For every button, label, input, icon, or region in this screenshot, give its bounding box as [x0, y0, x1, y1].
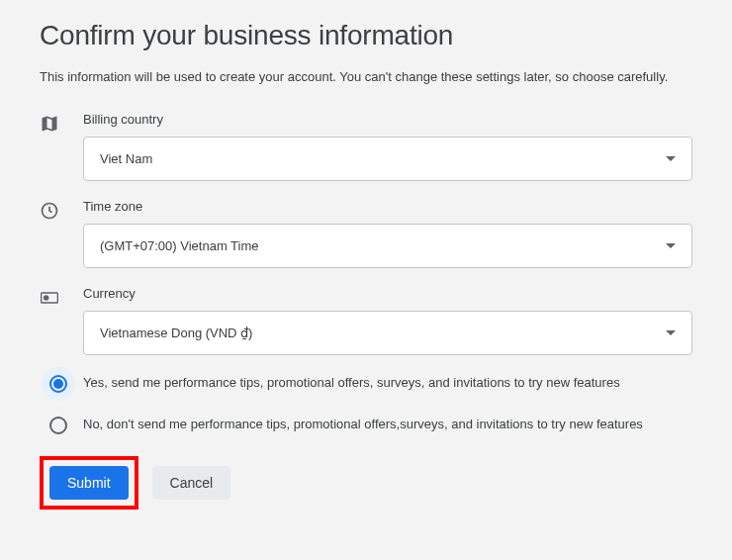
submit-highlight: Submit — [40, 456, 138, 510]
billing-country-label: Billing country — [83, 112, 692, 127]
currency-label: Currency — [83, 286, 692, 301]
page-subtitle: This information will be used to create … — [40, 69, 692, 84]
radio-no-label: No, don't send me performance tips, prom… — [83, 415, 692, 434]
timezone-row: Time zone (GMT+07:00) Vietnam Time — [40, 199, 692, 268]
billing-country-value: Viet Nam — [100, 151, 152, 166]
timezone-label: Time zone — [83, 199, 692, 214]
chevron-down-icon — [666, 156, 676, 161]
marketing-radio-group: Yes, send me performance tips, promotion… — [40, 373, 692, 442]
currency-value: Vietnamese Dong (VND ₫) — [100, 326, 252, 340]
radio-no[interactable]: No, don't send me performance tips, prom… — [40, 415, 692, 442]
chevron-down-icon — [666, 330, 676, 335]
timezone-select[interactable]: (GMT+07:00) Vietnam Time — [83, 224, 692, 268]
chevron-down-icon — [666, 243, 676, 248]
currency-select[interactable]: Vietnamese Dong (VND ₫) — [83, 311, 692, 355]
map-icon — [40, 112, 83, 138]
radio-yes[interactable]: Yes, send me performance tips, promotion… — [40, 373, 692, 401]
billing-country-row: Billing country Viet Nam — [40, 112, 692, 181]
submit-button[interactable]: Submit — [49, 466, 129, 500]
currency-row: Currency Vietnamese Dong (VND ₫) — [40, 286, 692, 355]
radio-button-icon — [42, 367, 75, 401]
page-title: Confirm your business information — [40, 20, 692, 51]
timezone-value: (GMT+07:00) Vietnam Time — [100, 238, 259, 253]
currency-icon — [40, 286, 83, 312]
svg-point-2 — [45, 296, 48, 300]
billing-country-select[interactable]: Viet Nam — [83, 137, 692, 181]
clock-icon — [40, 199, 83, 225]
radio-yes-label: Yes, send me performance tips, promotion… — [83, 373, 692, 393]
cancel-button[interactable]: Cancel — [152, 466, 231, 500]
radio-button-icon — [42, 409, 75, 442]
button-row: Submit Cancel — [40, 456, 692, 510]
